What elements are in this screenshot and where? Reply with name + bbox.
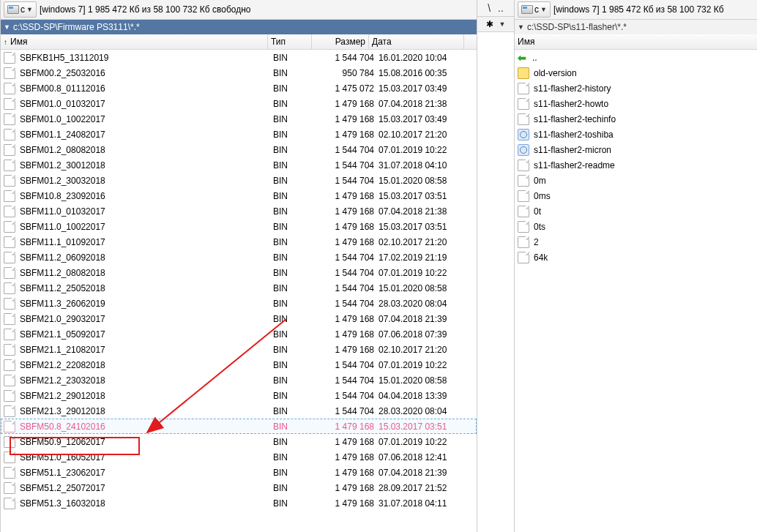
table-row[interactable]: SBFKB1H5_13112019BIN1 544 70416.01.2020 … (1, 50, 477, 65)
file-size: 1 544 704 (317, 283, 378, 293)
file-date: 15.03.2017 03:49 (378, 83, 474, 94)
file-name: SBFM11.2_08082018 (20, 268, 273, 278)
list-item[interactable]: 0ms (515, 188, 757, 203)
table-row[interactable]: SBFM21.1_21082017BIN1 479 16802.10.2017 … (1, 342, 477, 357)
list-item[interactable]: 2 (515, 234, 757, 250)
list-item[interactable]: s11-flasher2-micron (515, 142, 757, 157)
table-row[interactable]: SBFM01.2_30032018BIN1 544 70415.01.2020 … (1, 173, 477, 188)
file-date: 15.03.2017 03:51 (378, 422, 474, 432)
list-item[interactable]: 0t (515, 203, 757, 219)
file-ext: BIN (273, 391, 317, 401)
list-item[interactable]: ⬅.. (515, 50, 757, 65)
file-name: SBFM11.1_01092017 (20, 237, 273, 247)
chevron-down-icon[interactable]: ▼ (4, 23, 10, 31)
root-button[interactable]: \ (488, 2, 491, 14)
right-path-bar[interactable]: ▼ c:\SSD-SP\s11-flasher\*.* (515, 20, 757, 34)
table-row[interactable]: SBFM21.0_29032017BIN1 479 16807.04.2018 … (1, 311, 477, 326)
favorites-icon[interactable]: ✱ (486, 19, 493, 29)
table-row[interactable]: SBFM50.8_24102016BIN1 479 16815.03.2017 … (1, 419, 477, 434)
file-size: 1 544 704 (317, 176, 378, 186)
header-name[interactable]: Имя (515, 34, 757, 49)
file-ext: BIN (273, 130, 317, 140)
table-row[interactable]: SBFM11.2_06092018BIN1 544 70417.02.2019 … (1, 250, 477, 265)
file-date: 31.07.2018 04:11 (378, 498, 474, 509)
file-icon (4, 298, 15, 310)
file-date: 02.10.2017 21:20 (378, 345, 474, 355)
table-row[interactable]: SBFM21.2_22082018BIN1 544 70407.01.2019 … (1, 357, 477, 372)
table-row[interactable]: SBFM11.2_08082018BIN1 544 70407.01.2019 … (1, 265, 477, 280)
header-name[interactable]: ↑Имя (1, 34, 268, 49)
file-name: SBFM50.9_12062017 (20, 437, 273, 447)
list-item[interactable]: s11-flasher2-howto (515, 96, 757, 111)
chevron-down-icon[interactable]: ▼ (499, 20, 506, 28)
file-name: SBFM01.2_30012018 (20, 160, 273, 171)
table-row[interactable]: SBFM01.0_01032017BIN1 479 16807.04.2018 … (1, 96, 477, 111)
file-icon (4, 452, 15, 463)
list-item[interactable]: s11-flasher2-readme (515, 157, 757, 173)
file-size: 1 479 168 (317, 483, 378, 493)
header-size[interactable]: Размер (312, 34, 369, 49)
table-row[interactable]: SBFM21.3_29012018BIN1 544 70428.03.2020 … (1, 403, 477, 419)
file-icon (518, 221, 529, 233)
table-row[interactable]: SBFM51.0_16052017BIN1 479 16807.06.2018 … (1, 449, 477, 465)
left-path-bar[interactable]: ▼ c:\SSD-SP\Firmware PS3111\*.* (1, 20, 477, 34)
file-name: SBFM21.0_29032017 (20, 314, 273, 324)
item-name: s11-flasher2-howto (534, 99, 754, 109)
file-size: 1 544 704 (317, 299, 378, 309)
header-date[interactable]: Дата (369, 34, 464, 49)
file-date: 07.04.2018 21:39 (378, 468, 474, 478)
list-item[interactable]: 0m (515, 173, 757, 188)
table-row[interactable]: SBFM11.0_01032017BIN1 479 16807.04.2018 … (1, 203, 477, 219)
table-row[interactable]: SBFM11.2_25052018BIN1 544 70415.01.2020 … (1, 280, 477, 296)
table-row[interactable]: SBFM21.1_05092017BIN1 479 16807.06.2018 … (1, 326, 477, 342)
file-date: 02.10.2017 21:20 (378, 237, 474, 247)
drive-button[interactable]: c ▼ (4, 1, 37, 18)
up-dir-button[interactable]: .. (498, 2, 504, 14)
list-item[interactable]: 0ts (515, 219, 757, 234)
table-row[interactable]: SBFM00.2_25032016BIN950 78415.08.2016 00… (1, 65, 477, 80)
file-date: 28.09.2017 21:52 (378, 483, 474, 493)
table-row[interactable]: SBFM01.1_24082017BIN1 479 16802.10.2017 … (1, 127, 477, 142)
item-name: old-version (534, 68, 754, 78)
file-name: SBFM11.2_25052018 (20, 283, 273, 293)
table-row[interactable]: SBFM01.2_30012018BIN1 544 70431.07.2018 … (1, 157, 477, 173)
table-row[interactable]: SBFM51.2_25072017BIN1 479 16828.09.2017 … (1, 480, 477, 495)
table-row[interactable]: SBFM51.3_16032018BIN1 479 16831.07.2018 … (1, 495, 477, 511)
table-row[interactable]: SBFM21.2_29012018BIN1 544 70404.04.2018 … (1, 388, 477, 403)
table-row[interactable]: SBFM01.2_08082018BIN1 544 70407.01.2019 … (1, 142, 477, 157)
file-icon (518, 206, 529, 217)
drive-info: [windows 7] 1 985 472 Кб из 58 100 732 К… (553, 4, 724, 15)
table-row[interactable]: SBFM11.3_26062019BIN1 544 70428.03.2020 … (1, 296, 477, 311)
table-row[interactable]: SBFM01.0_10022017BIN1 479 16815.03.2017 … (1, 111, 477, 127)
left-file-list: SBFKB1H5_13112019BIN1 544 70416.01.2020 … (1, 50, 477, 532)
path-text: c:\SSD-SP\s11-flasher\*.* (527, 22, 754, 32)
table-row[interactable]: SBFM10.8_23092016BIN1 479 16815.03.2017 … (1, 188, 477, 203)
right-file-list: ⬅..old-versions11-flasher2-historys11-fl… (515, 50, 757, 532)
table-row[interactable]: SBFM11.1_01092017BIN1 479 16802.10.2017 … (1, 234, 477, 250)
file-icon (518, 252, 529, 263)
file-size: 1 544 704 (317, 406, 378, 416)
table-row[interactable]: SBFM50.9_12062017BIN1 479 16807.01.2019 … (1, 434, 477, 449)
file-size: 1 544 704 (317, 391, 378, 401)
list-item[interactable]: old-version (515, 65, 757, 80)
list-item[interactable]: s11-flasher2-techinfo (515, 111, 757, 127)
file-icon (4, 405, 15, 417)
file-ext: BIN (273, 283, 317, 293)
list-item[interactable]: s11-flasher2-toshiba (515, 127, 757, 142)
file-icon (4, 129, 15, 141)
table-row[interactable]: SBFM00.8_01112016BIN1 475 07215.03.2017 … (1, 80, 477, 96)
chevron-down-icon[interactable]: ▼ (518, 23, 524, 31)
table-row[interactable]: SBFM51.1_23062017BIN1 479 16807.04.2018 … (1, 465, 477, 480)
header-ext[interactable]: Тип (268, 34, 312, 49)
table-row[interactable]: SBFM21.2_23032018BIN1 544 70415.01.2020 … (1, 372, 477, 388)
file-icon (4, 282, 15, 294)
list-item[interactable]: s11-flasher2-history (515, 80, 757, 96)
drive-button[interactable]: c ▼ (518, 1, 551, 18)
list-scroll[interactable]: ⬅..old-versions11-flasher2-historys11-fl… (515, 50, 757, 532)
list-scroll[interactable]: SBFKB1H5_13112019BIN1 544 70416.01.2020 … (1, 50, 477, 532)
file-date: 15.01.2020 08:58 (378, 283, 474, 293)
file-date: 15.03.2017 03:51 (378, 222, 474, 232)
table-row[interactable]: SBFM11.0_10022017BIN1 479 16815.03.2017 … (1, 219, 477, 234)
list-item[interactable]: 64k (515, 250, 757, 265)
file-date: 07.04.2018 21:39 (378, 314, 474, 324)
